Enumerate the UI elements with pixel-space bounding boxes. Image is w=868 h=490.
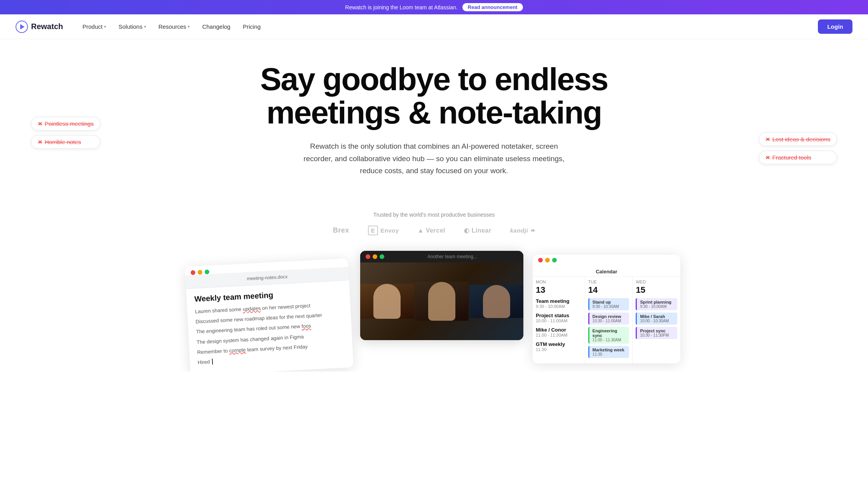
hero-subtext: Rewatch is the only solution that combin… <box>302 140 566 177</box>
cal-day-num-wed: 15 <box>636 285 677 295</box>
chevron-down-icon: ▾ <box>104 24 106 29</box>
nav-solutions[interactable]: Solutions ▾ <box>113 20 152 33</box>
nav-resources[interactable]: Resources ▾ <box>153 20 195 33</box>
logo-text: Rewatch <box>31 22 63 31</box>
brand-kandji: kandji ❧ <box>510 227 535 234</box>
cal-top-bar <box>533 255 680 266</box>
video-person-2 <box>415 282 469 321</box>
cal-day-num-tue: 14 <box>588 285 629 295</box>
strike-tag-tools: ✕ Fractured tools <box>759 151 837 164</box>
nav-changelog[interactable]: Changelog <box>197 20 236 33</box>
video-top-bar: Another team meeting... <box>360 251 523 262</box>
brand-linear: ◐ Linear <box>464 227 491 234</box>
login-button[interactable]: Login <box>818 19 852 34</box>
cal-col-wed: WED 15 Sprint planning 9:30 - 10:00AM Mi… <box>633 276 680 363</box>
dot-yellow <box>197 270 202 275</box>
video-person-3 <box>469 285 523 318</box>
strike-tag-notes: ✕ Horrible notes <box>31 135 100 149</box>
strike-label-tools: Fractured tools <box>772 154 811 161</box>
strike-label-meetings: Pointless meetings <box>45 120 94 127</box>
chevron-down-icon: ▾ <box>144 24 146 29</box>
chevron-down-icon: ▾ <box>188 24 190 29</box>
cal-event-wed-2: Mike / Sarah 10:00 - 10:30AM <box>636 313 677 325</box>
cal-event-tue-2: Design review 10:30 - 11:00AM <box>588 313 629 325</box>
x-icon: ✕ <box>38 121 42 127</box>
notes-content: Weekly team meeting Lauren shared some u… <box>186 280 354 372</box>
cal-day-name-wed: WED <box>636 280 677 284</box>
notes-meeting-title: Weekly team meeting <box>194 287 342 304</box>
strike-tags-right: ✕ Lost ideas & decisions ✕ Fractured too… <box>759 132 837 169</box>
notes-card: meeting-notes.docx Weekly team meeting L… <box>185 258 354 372</box>
announcement-text: Rewatch is joining the Loom team at Atla… <box>345 4 458 10</box>
hero-section: ✕ Pointless meetings ✕ Horrible notes ✕ … <box>0 39 868 200</box>
cal-event-tue-1: Stand up 9:30 - 10:30AM <box>588 298 629 310</box>
strike-tag-meetings: ✕ Pointless meetings <box>31 117 100 130</box>
nav-changelog-label: Changelog <box>202 23 230 30</box>
cal-event-mon-3: Mike / Conor 11:00 - 11:30AM <box>536 327 582 337</box>
cal-day-num-mon: 13 <box>536 285 582 295</box>
dot-yellow <box>373 254 377 259</box>
hero-headline: Say goodbye to endless meetings & note-t… <box>259 63 609 129</box>
cal-col-tue: TUE 14 Stand up 9:30 - 10:30AM Design re… <box>585 276 633 363</box>
cal-col-mon: MON 13 Team meeting 9:30 - 10:00AM Proje… <box>533 276 585 363</box>
previews-row: meeting-notes.docx Weekly team meeting L… <box>0 243 868 372</box>
cal-event-mon-1: Team meeting 9:30 - 10:00AM <box>536 298 582 309</box>
nav-pricing[interactable]: Pricing <box>237 20 266 33</box>
x-icon: ✕ <box>38 139 42 145</box>
brand-envoy: E Envoy <box>368 226 399 235</box>
strike-tags-left: ✕ Pointless meetings ✕ Horrible notes <box>31 117 100 153</box>
dot-green <box>204 269 209 275</box>
nav-pricing-label: Pricing <box>243 23 261 30</box>
nav-product-label: Product <box>82 23 103 30</box>
video-column: Another team meeting... <box>360 251 523 340</box>
strike-label-ideas: Lost ideas & decisions <box>772 136 830 142</box>
dot-red <box>190 270 195 275</box>
dot-red <box>366 254 370 259</box>
trusted-section: Trusted by the world's most productive b… <box>0 200 868 243</box>
cal-event-tue-4: Marketing week 11:30 <box>588 346 629 358</box>
nav-resources-label: Resources <box>159 23 186 30</box>
cal-event-wed-1: Sprint planning 9:30 - 10:00AM <box>636 298 677 310</box>
video-card: Another team meeting... <box>360 251 523 340</box>
navbar: Rewatch Product ▾ Solutions ▾ Resources … <box>0 14 868 39</box>
strike-tag-ideas: ✕ Lost ideas & decisions <box>759 132 837 146</box>
brand-vercel: ▲ Vercel <box>418 227 445 234</box>
strike-label-notes: Horrible notes <box>45 139 81 145</box>
announcement-bar: Rewatch is joining the Loom team at Atla… <box>0 0 868 14</box>
dot-red <box>538 258 543 262</box>
nav-product[interactable]: Product ▾ <box>77 20 112 33</box>
trusted-label: Trusted by the world's most productive b… <box>16 212 852 218</box>
cal-day-name-tue: TUE <box>588 280 629 284</box>
announcement-cta[interactable]: Read announcement <box>462 3 523 11</box>
logo[interactable]: Rewatch <box>16 21 63 33</box>
calendar-grid: MON 13 Team meeting 9:30 - 10:00AM Proje… <box>533 276 680 363</box>
x-icon: ✕ <box>765 155 770 161</box>
nav-links: Product ▾ Solutions ▾ Resources ▾ Change… <box>77 20 818 33</box>
logo-icon <box>16 21 28 33</box>
hero-headline-line2: meetings & note-taking <box>267 95 602 130</box>
calendar-card: Calendar MON 13 Team meeting 9:30 - 10:0… <box>533 255 680 363</box>
video-meeting-label: Another team meeting... <box>387 254 518 259</box>
cal-event-wed-3: Project sync 10:30 - 11:30PM <box>636 327 677 339</box>
cal-event-mon-2: Project status 10:00 - 11:00AM <box>536 313 582 323</box>
nav-solutions-label: Solutions <box>119 23 143 30</box>
cal-event-mon-4: GTM weekly 11:30 <box>536 341 582 352</box>
video-area <box>360 262 523 340</box>
dot-green <box>380 254 384 259</box>
brand-logos-row: Brex E Envoy ▲ Vercel ◐ Linear kandji ❧ <box>16 226 852 235</box>
cal-day-name-mon: MON <box>536 280 582 284</box>
dot-yellow <box>545 258 550 262</box>
calendar-title: Calendar <box>533 266 680 276</box>
hero-headline-line1: Say goodbye to endless <box>260 61 608 97</box>
dot-green <box>552 258 557 262</box>
x-icon: ✕ <box>765 136 770 142</box>
brand-brex: Brex <box>333 226 349 235</box>
cal-event-tue-3: Engineering sync 11:00 - 11:30AM <box>588 327 629 344</box>
video-person-1 <box>360 284 414 319</box>
